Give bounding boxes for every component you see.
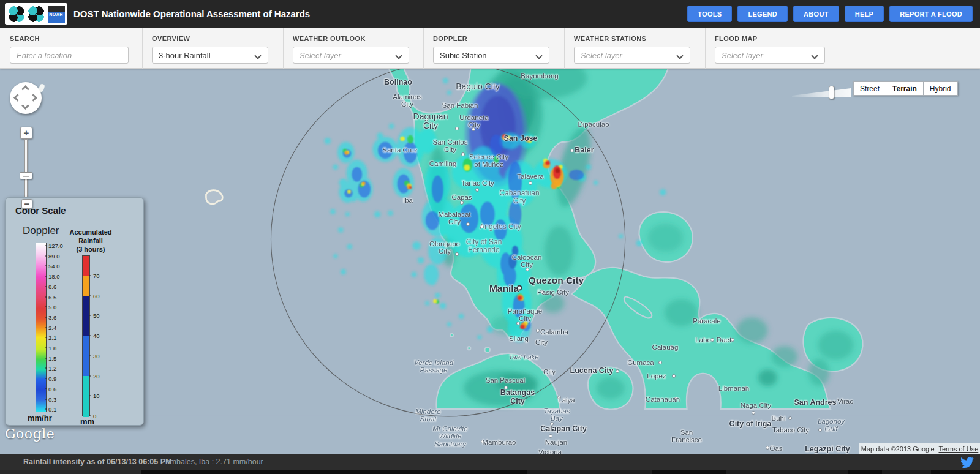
flood-map-section: FLOOD MAP Select layer	[705, 28, 824, 69]
weather-outlook-select[interactable]: Select layer	[293, 47, 409, 64]
city-dot	[516, 322, 520, 325]
manila-station-marker	[517, 285, 522, 291]
map-type-street[interactable]: Street	[853, 81, 886, 96]
chevron-down-icon	[811, 52, 818, 59]
opacity-slider-handle[interactable]	[829, 86, 834, 99]
city-dot	[752, 411, 755, 415]
map-type-hybrid[interactable]: Hybrid	[924, 81, 958, 96]
agency-logo-icon	[28, 6, 45, 23]
overview-section: OVERVIEW 3-hour Rainfall	[142, 28, 265, 69]
weather-stations-select[interactable]: Select layer	[574, 47, 690, 64]
map-type-terrain[interactable]: Terrain	[886, 81, 924, 96]
city-dot	[455, 252, 459, 256]
flood-map-select[interactable]: Select layer	[715, 47, 825, 64]
zoom-out-button[interactable]: −	[21, 199, 32, 209]
map-pan-control[interactable]	[10, 82, 42, 114]
scale-tick-label: 0.6	[48, 385, 56, 392]
accumulated-unit-label: mm	[80, 417, 94, 426]
help-button[interactable]: HELP	[845, 6, 884, 22]
scale-tick-label: 1.8	[48, 345, 56, 352]
city-dot	[616, 369, 619, 373]
pan-down-icon[interactable]	[21, 102, 29, 110]
overview-label: OVERVIEW	[152, 35, 190, 42]
scale-tick-label: 40	[93, 333, 100, 339]
twitter-icon[interactable]	[960, 456, 974, 469]
city-dot	[536, 279, 540, 283]
weather-outlook-value: Select layer	[300, 51, 341, 60]
chevron-down-icon	[254, 52, 261, 59]
status-bar: Rainfall intensity as of 06/13/13 06:05 …	[0, 454, 980, 470]
scale-tick-label: 127.0	[48, 243, 63, 249]
city-dot	[526, 268, 529, 271]
city-dot	[452, 162, 456, 165]
search-input[interactable]: Enter a location	[10, 47, 129, 64]
about-button[interactable]: ABOUT	[793, 6, 839, 22]
pan-left-icon[interactable]	[13, 94, 21, 102]
pan-right-icon[interactable]	[29, 94, 37, 102]
scale-tick-label: 18.0	[48, 273, 60, 280]
scale-tick-label: 20	[93, 372, 100, 379]
small-island	[467, 347, 470, 350]
map-attribution: Map data ©2013 Google - Terms of Use	[859, 443, 980, 455]
city-dot	[570, 149, 574, 152]
accumulated-scale-heading: Accumulated Rainfall (3 hours)	[62, 228, 119, 254]
map-canvas[interactable]: BolinaoBayombongBaguio CityAlaminos City…	[0, 69, 980, 474]
city-dot	[460, 201, 464, 205]
station-reading-status: Zambales, Iba : 2.71 mm/hour	[161, 457, 263, 466]
zoom-slider-handle[interactable]	[20, 172, 32, 179]
doppler-select[interactable]: Subic Station	[433, 47, 549, 64]
scale-tick-label: 8.6	[48, 283, 56, 290]
scale-tick-label: 5.0	[48, 304, 56, 310]
scale-tick-label: 3.6	[48, 314, 56, 320]
chevron-down-icon	[676, 52, 683, 59]
weather-stations-section: WEATHER STATIONS Select layer	[564, 28, 687, 69]
app-header: NOAH DOST Nationwide Operational Assessm…	[0, 0, 980, 28]
city-dot	[669, 345, 673, 349]
doppler-section: DOPPLER Subic Station	[423, 28, 546, 69]
scale-tick-label: 6.5	[48, 293, 56, 300]
dost-logo-icon	[8, 6, 25, 23]
city-dot	[480, 225, 484, 228]
pan-up-icon[interactable]	[21, 85, 29, 93]
city-dot	[674, 397, 678, 401]
doppler-value: Subic Station	[440, 51, 487, 60]
city-dot	[461, 152, 465, 156]
city-dot	[455, 127, 459, 130]
search-label: SEARCH	[10, 35, 40, 42]
city-dot	[475, 188, 479, 192]
city-dot	[529, 181, 532, 185]
weather-stations-label: WEATHER STATIONS	[574, 35, 646, 42]
city-dot	[504, 386, 508, 389]
scale-tick-label: 30	[93, 352, 100, 359]
scale-tick-label: 1.2	[48, 365, 56, 372]
city-dot	[766, 446, 769, 450]
scale-tick-label: 1.5	[48, 355, 56, 361]
city-dot	[672, 374, 676, 378]
scale-tick-label: 70	[93, 273, 100, 279]
verde-island	[484, 347, 490, 353]
city-dot	[700, 319, 704, 323]
doppler-scale-heading: Doppler	[23, 225, 59, 237]
report-a-flood-button[interactable]: REPORT A FLOOD	[889, 6, 973, 22]
small-island	[450, 334, 453, 337]
zoom-slider-track[interactable]	[24, 139, 28, 203]
weather-stations-value: Select layer	[581, 51, 622, 60]
chevron-down-icon	[395, 52, 402, 59]
city-dot	[557, 396, 561, 399]
weather-outlook-section: WEATHER OUTLOOK Select layer	[283, 28, 405, 69]
overview-select[interactable]: 3-hour Rainfall	[152, 47, 268, 64]
legend-button[interactable]: LEGEND	[737, 6, 788, 22]
filter-bar: SEARCH Enter a location OVERVIEW 3-hour …	[0, 28, 980, 69]
page-title: DOST Nationwide Operational Assessment o…	[74, 9, 310, 19]
scale-tick-label: 0.3	[48, 396, 56, 402]
rainfall-intensity-status: Rainfall intensity as of 06/13/13 06:05 …	[23, 457, 172, 466]
opacity-slider-track[interactable]	[792, 88, 851, 97]
terms-of-use-link[interactable]: Terms of Use	[938, 445, 978, 453]
tools-button[interactable]: TOOLS	[687, 6, 732, 22]
overlay-opacity-slider[interactable]	[792, 86, 851, 99]
flood-map-value: Select layer	[722, 51, 763, 60]
city-dot	[731, 338, 734, 342]
overview-value: 3-hour Rainfall	[159, 51, 211, 60]
scale-tick-label: 2.1	[48, 334, 56, 341]
zoom-in-button[interactable]: +	[20, 127, 32, 139]
